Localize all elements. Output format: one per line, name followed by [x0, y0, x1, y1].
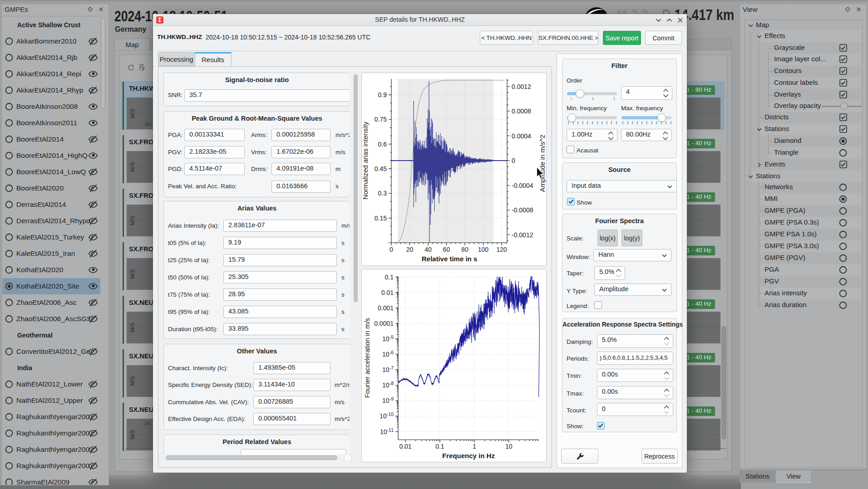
svg-text:0: 0 — [390, 246, 393, 253]
svg-text:1: 1 — [473, 443, 476, 450]
svg-text:0.3: 0.3 — [378, 190, 387, 197]
svg-text:0.1: 0.1 — [435, 443, 444, 450]
svg-text:-0.0012: -0.0012 — [512, 231, 533, 238]
svg-text:10-5: 10-5 — [382, 334, 394, 342]
svg-text:0.75: 0.75 — [375, 116, 387, 123]
svg-text:-0.0004: -0.0004 — [512, 181, 533, 189]
svg-text:-0.0008: -0.0008 — [512, 206, 533, 214]
svg-text:Frequency in Hz: Frequency in Hz — [442, 452, 495, 460]
svg-text:10-7: 10-7 — [382, 365, 394, 373]
svg-text:0.0008: 0.0008 — [512, 108, 531, 115]
svg-text:Relative time in s: Relative time in s — [422, 255, 478, 263]
svg-text:10-11: 10-11 — [380, 427, 394, 435]
svg-text:40: 40 — [424, 246, 432, 253]
svg-text:120: 120 — [496, 246, 507, 253]
svg-text:0.9: 0.9 — [378, 91, 387, 98]
svg-text:10-9: 10-9 — [382, 396, 394, 404]
svg-text:Amplitude in m/s^2: Amplitude in m/s^2 — [538, 134, 546, 191]
svg-text:0.45: 0.45 — [375, 165, 387, 172]
svg-text:Fourier acceleration in m/s: Fourier acceleration in m/s — [363, 318, 371, 398]
svg-text:0.15: 0.15 — [375, 214, 387, 221]
svg-text:10-8: 10-8 — [382, 381, 394, 389]
svg-text:0.6: 0.6 — [378, 140, 387, 147]
svg-text:60: 60 — [443, 246, 450, 253]
svg-text:0.1: 0.1 — [385, 274, 394, 281]
svg-text:0.01: 0.01 — [399, 443, 411, 450]
svg-text:10-6: 10-6 — [382, 350, 394, 358]
svg-text:Normalized arias intensity: Normalized arias intensity — [361, 121, 369, 199]
svg-text:20: 20 — [406, 246, 414, 253]
svg-text:80: 80 — [461, 246, 469, 253]
svg-text:0.0012: 0.0012 — [512, 83, 531, 90]
svg-text:0: 0 — [512, 157, 515, 164]
svg-text:0.0004: 0.0004 — [512, 132, 531, 139]
svg-text:100: 100 — [478, 246, 489, 253]
svg-text:0.0001: 0.0001 — [374, 320, 394, 327]
svg-text:10: 10 — [505, 443, 513, 450]
svg-text:10-10: 10-10 — [380, 411, 394, 420]
svg-text:0.001: 0.001 — [378, 304, 394, 312]
svg-text:0.01: 0.01 — [381, 289, 394, 296]
